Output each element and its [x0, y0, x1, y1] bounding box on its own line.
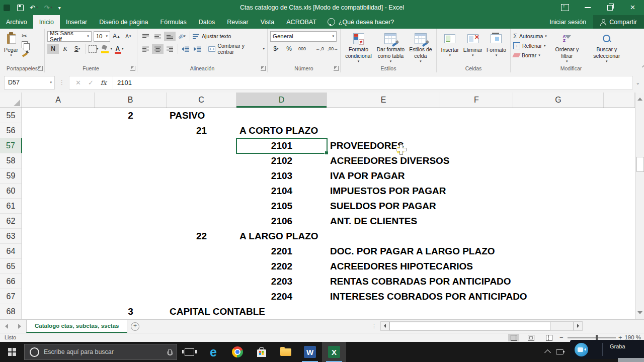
taskbar-chrome[interactable] — [225, 342, 250, 362]
cell-D61[interactable]: 2105 — [236, 199, 327, 214]
tab-formulas[interactable]: Fórmulas — [154, 15, 193, 29]
cell-D62[interactable]: 2106 — [236, 214, 327, 229]
sheet-tab-active[interactable]: Catalogo ctas, subctas, ssctas — [26, 320, 127, 333]
align-left-button[interactable] — [140, 44, 151, 54]
cell-E60[interactable]: IMPUESTOS POR PAGAR — [327, 184, 443, 199]
formula-input[interactable]: 2101 — [113, 76, 633, 89]
scroll-right-icon[interactable] — [574, 321, 583, 331]
align-middle-button[interactable] — [152, 32, 164, 41]
scroll-down-icon[interactable] — [637, 311, 642, 317]
undo-button[interactable]: ↶▾ — [28, 2, 40, 13]
dialog-launcher-icon[interactable] — [38, 66, 43, 71]
tab-split-handle[interactable]: ⋮ — [371, 323, 377, 329]
redo-button[interactable]: ↷▾ — [42, 2, 54, 13]
cell-C55[interactable]: PASIVO — [167, 108, 239, 123]
task-view-button[interactable] — [177, 342, 201, 362]
close-button[interactable]: × — [621, 0, 644, 15]
column-header-A[interactable]: A — [22, 93, 95, 108]
cell-D67[interactable]: 2204 — [236, 289, 327, 304]
cell-D60[interactable]: 2104 — [236, 184, 327, 199]
column-header-F[interactable]: F — [440, 93, 513, 108]
row-header-59[interactable]: 59 — [0, 168, 22, 184]
page-break-view-button[interactable] — [543, 334, 554, 341]
dialog-launcher-icon[interactable] — [130, 66, 135, 71]
sign-in-button[interactable]: Iniciar sesión — [542, 15, 593, 29]
expand-formula-bar-icon[interactable]: ⌄ — [636, 80, 640, 85]
tray-chevron-icon[interactable] — [544, 349, 551, 356]
row-header-62[interactable]: 62 — [0, 214, 22, 229]
column-header-E[interactable]: E — [327, 93, 440, 108]
align-right-button[interactable] — [164, 44, 176, 54]
tell-me-box[interactable]: ¿Qué desea hacer? — [323, 15, 399, 29]
camera-icon[interactable] — [575, 343, 588, 356]
horizontal-scrollbar[interactable] — [389, 321, 574, 331]
cell-E61[interactable]: SUELDOS POR PAGAR — [327, 199, 443, 214]
percent-button[interactable]: % — [283, 44, 295, 54]
cell-C56[interactable]: 21 — [167, 123, 236, 138]
column-header-D[interactable]: D — [236, 93, 327, 108]
delete-cells-button[interactable]: Eliminar▾ — [462, 31, 484, 64]
row-header-55[interactable]: 55 — [0, 108, 22, 123]
conditional-formatting-button[interactable]: Formato condicional▾ — [343, 31, 374, 64]
vertical-scroll-thumb[interactable] — [636, 157, 644, 172]
row-header-67[interactable]: 67 — [0, 289, 22, 304]
horizontal-scroll-thumb[interactable] — [389, 322, 550, 330]
cell-E62[interactable]: ANT. DE CLIENTES — [327, 214, 443, 229]
row-header-60[interactable]: 60 — [0, 184, 22, 199]
insert-function-icon[interactable]: fx — [101, 79, 107, 86]
zoom-out-button[interactable]: − — [559, 334, 564, 341]
cell-E67[interactable]: INTERESES COBRADOS POR ANTICIPADO — [327, 289, 443, 304]
increase-decimal-button[interactable]: ←,0 — [314, 44, 326, 54]
merge-center-button[interactable]: Combinar y centrar▾ — [208, 45, 265, 53]
italic-button[interactable]: K — [59, 44, 71, 54]
row-header-56[interactable]: 56 — [0, 123, 22, 138]
cell-D58[interactable]: 2102 — [236, 153, 327, 168]
row-header-57[interactable]: 57 — [0, 138, 22, 153]
cell-C68[interactable]: CAPITAL CONTABLE — [167, 304, 239, 319]
tab-inicio[interactable]: Inicio — [33, 15, 60, 29]
row-header-58[interactable]: 58 — [0, 153, 22, 168]
cell-E58[interactable]: ACREEDORES DIVERSOS — [327, 153, 443, 168]
save-button[interactable] — [15, 2, 26, 13]
cell-B68[interactable]: 3 — [95, 304, 167, 319]
cell-E64[interactable]: DOC. POR PAGAR A LARGO PLAZO — [327, 244, 443, 259]
tab-insertar[interactable]: Insertar — [60, 15, 93, 29]
currency-button[interactable]: $▾ — [270, 44, 282, 54]
copy-button[interactable] — [22, 41, 28, 48]
normal-view-button[interactable] — [508, 334, 519, 341]
sort-filter-button[interactable]: AZ Ordenar y filtrar▾ — [550, 31, 584, 64]
format-as-table-button[interactable]: Dar formato como tabla▾ — [375, 31, 407, 64]
underline-button[interactable]: S▾ — [71, 44, 83, 54]
cell-styles-button[interactable]: Estilos de celda▾ — [408, 31, 434, 64]
font-size-select[interactable]: 10▾ — [94, 31, 110, 42]
tab-archivo[interactable]: Archivo — [0, 15, 33, 29]
column-header-C[interactable]: C — [167, 93, 236, 108]
cut-button[interactable]: ✂ — [22, 32, 29, 40]
taskbar-explorer[interactable] — [274, 342, 298, 362]
share-button[interactable]: Compartir — [593, 15, 644, 29]
cell-D64[interactable]: 2201 — [236, 244, 327, 259]
increase-font-button[interactable]: A▲ — [111, 32, 122, 41]
cell-E66[interactable]: RENTAS COBRADAS POR ANTICIPADO — [327, 274, 443, 289]
row-header-64[interactable]: 64 — [0, 244, 22, 259]
cancel-icon[interactable]: ✕ — [75, 79, 81, 86]
align-top-button[interactable] — [140, 32, 151, 41]
dialog-launcher-icon[interactable] — [334, 66, 339, 71]
taskbar-edge[interactable]: e — [201, 342, 225, 362]
zoom-slider[interactable] — [568, 337, 616, 338]
page-layout-view-button[interactable] — [525, 334, 536, 341]
tab-revisar[interactable]: Revisar — [221, 15, 254, 29]
align-bottom-button[interactable] — [164, 32, 176, 41]
cell-E57[interactable]: PROVEEDORES — [327, 138, 443, 153]
customize-qat-button[interactable]: ▾ — [56, 2, 63, 13]
restore-button[interactable] — [599, 0, 621, 15]
cell-C63[interactable]: 22 — [167, 229, 236, 244]
tab-datos[interactable]: Datos — [193, 15, 221, 29]
scroll-left-icon[interactable] — [380, 321, 389, 331]
tab-diseno[interactable]: Diseño de página — [93, 15, 154, 29]
column-header-B[interactable]: B — [95, 93, 167, 108]
fill-button[interactable]: ↓ Rellenar▾ — [513, 41, 547, 50]
align-center-button[interactable] — [152, 44, 164, 54]
autosum-button[interactable]: Σ Autosuma▾ — [513, 32, 547, 40]
bold-button[interactable]: N — [47, 44, 59, 54]
